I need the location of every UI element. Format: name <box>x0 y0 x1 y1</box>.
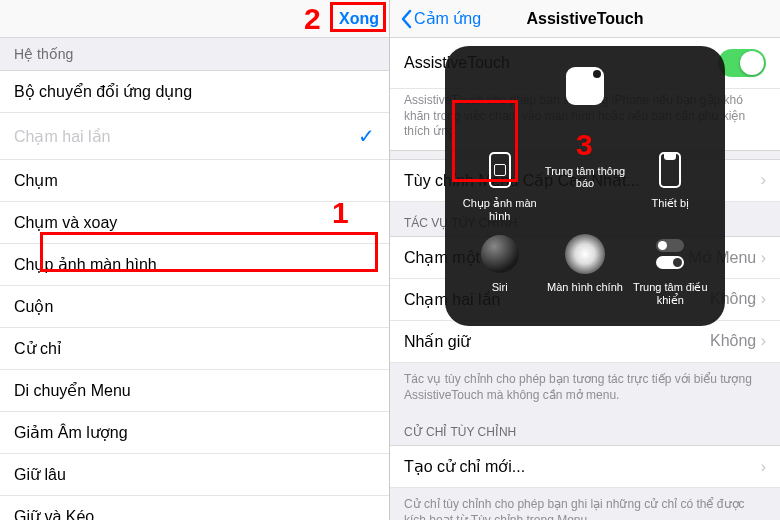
section-header-gestures: CỬ CHỈ TÙY CHỈNH <box>390 411 780 446</box>
list-item-label: Giảm Âm lượng <box>14 423 128 442</box>
left-header: Xong <box>0 0 389 38</box>
chevron-right-icon: › <box>761 332 766 349</box>
list-item[interactable]: Chạm hai lần✓ <box>0 113 389 160</box>
list-item-label: Cử chỉ <box>14 339 61 358</box>
list-item-label: Giữ lâu <box>14 465 66 484</box>
screenshot-icon <box>489 152 511 188</box>
check-icon: ✓ <box>358 124 375 148</box>
star-icon <box>566 67 604 105</box>
list-item-label: Chụp ảnh màn hình <box>14 255 157 274</box>
device-icon <box>659 152 681 188</box>
long-press-row[interactable]: Nhấn giữ Không › <box>390 321 780 363</box>
list-item-label: Bộ chuyển đổi ứng dụng <box>14 82 192 101</box>
page-title: AssistiveTouch <box>526 10 643 28</box>
create-gesture-row[interactable]: Tạo cử chỉ mới... › <box>390 446 780 488</box>
at-device[interactable]: Thiết bị <box>630 148 711 226</box>
chevron-right-icon: › <box>761 290 766 307</box>
left-pane: Xong Hệ thống Bộ chuyển đổi ứng dụngChạm… <box>0 0 390 520</box>
right-pane: Cảm ứng AssistiveTouch AssistiveTouch As… <box>390 0 780 520</box>
list-item-label: Chụm và xoay <box>14 213 117 232</box>
list-item[interactable]: Giữ lâu <box>0 454 389 496</box>
at-screenshot-label: Chụp ảnh màn hình <box>459 197 540 222</box>
home-icon <box>565 234 605 274</box>
right-header: Cảm ứng AssistiveTouch <box>390 0 780 38</box>
list-item-label: Cuộn <box>14 297 53 316</box>
list-item[interactable]: Chụp ảnh màn hình <box>0 244 389 286</box>
list-item[interactable]: Chụm <box>0 160 389 202</box>
list-item-label: Giữ và Kéo <box>14 507 94 520</box>
at-cc-label: Trung tâm điều khiển <box>630 281 711 307</box>
assistivetouch-menu[interactable]: Chụp ảnh màn hình Trung tâm thông báo Th… <box>445 46 725 326</box>
list-item-label: Chạm hai lần <box>14 127 110 146</box>
control-center-icon <box>656 239 684 269</box>
list-item[interactable]: Cử chỉ <box>0 328 389 370</box>
chevron-left-icon <box>400 9 412 29</box>
back-label: Cảm ứng <box>414 9 481 28</box>
list-item[interactable]: Di chuyển Menu <box>0 370 389 412</box>
list-item[interactable]: Giữ và Kéo <box>0 496 389 520</box>
section-header-system: Hệ thống <box>0 38 389 71</box>
list-item-label: Di chuyển Menu <box>14 381 131 400</box>
at-home-label: Màn hình chính <box>547 281 623 293</box>
at-favorites[interactable] <box>544 64 625 142</box>
siri-icon <box>481 235 519 273</box>
gestures-footer: Cử chỉ tùy chỉnh cho phép bạn ghi lại nh… <box>390 488 780 520</box>
list-item-label: Chụm <box>14 171 58 190</box>
long-press-label: Nhấn giữ <box>404 332 470 351</box>
long-press-value: Không <box>710 332 756 349</box>
at-home[interactable]: Màn hình chính <box>544 232 625 310</box>
at-siri-label: Siri <box>492 281 508 293</box>
at-screenshot[interactable]: Chụp ảnh màn hình <box>459 148 540 226</box>
at-notif-label: Trung tâm thông báo <box>544 165 625 189</box>
done-button[interactable]: Xong <box>339 10 379 28</box>
chevron-right-icon: › <box>761 171 766 189</box>
list-item[interactable]: Bộ chuyển đổi ứng dụng <box>0 71 389 113</box>
chevron-right-icon: › <box>761 458 766 476</box>
list-item[interactable]: Giảm Âm lượng <box>0 412 389 454</box>
at-siri[interactable]: Siri <box>459 232 540 310</box>
back-button[interactable]: Cảm ứng <box>400 9 481 29</box>
at-control-center[interactable]: Trung tâm điều khiển <box>630 232 711 310</box>
create-gesture-label: Tạo cử chỉ mới... <box>404 457 525 476</box>
left-list: Hệ thống Bộ chuyển đổi ứng dụngChạm hai … <box>0 38 389 520</box>
at-device-label: Thiết bị <box>652 197 690 210</box>
list-item[interactable]: Chụm và xoay <box>0 202 389 244</box>
chevron-right-icon: › <box>761 249 766 266</box>
actions-footer: Tác vụ tùy chỉnh cho phép bạn tương tác … <box>390 363 780 411</box>
at-notification[interactable]: Trung tâm thông báo <box>544 148 625 226</box>
list-item[interactable]: Cuộn <box>0 286 389 328</box>
toggle-switch[interactable] <box>718 49 766 77</box>
